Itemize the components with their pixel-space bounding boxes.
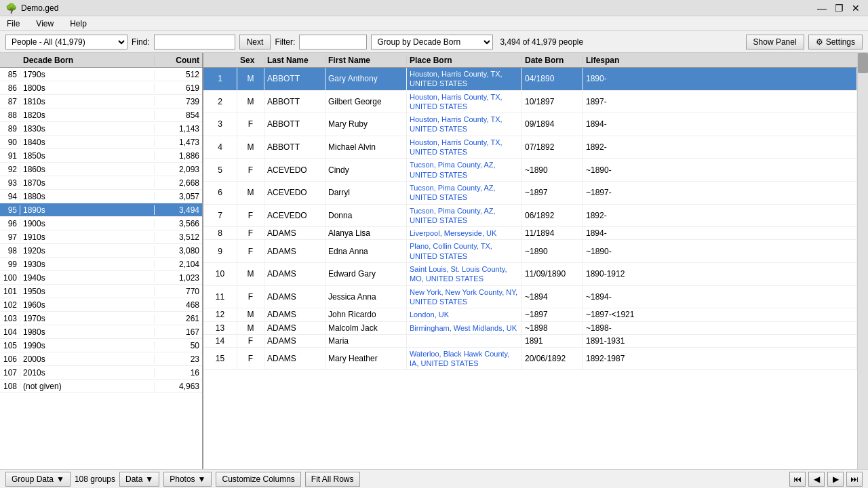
- left-table-row[interactable]: 107 2010s 16: [0, 366, 202, 380]
- left-table-row[interactable]: 102 1960s 468: [0, 298, 202, 312]
- maximize-button[interactable]: ❐: [832, 3, 846, 14]
- right-table-row[interactable]: 7 F ACEVEDO Donna Tucson, Pima County, A…: [203, 205, 857, 228]
- nav-prev-button[interactable]: ◀: [808, 472, 825, 487]
- right-table-row[interactable]: 8 F ADAMS Alanya Lisa Liverpool, Merseys…: [203, 227, 857, 240]
- right-row-sex: F: [237, 348, 264, 370]
- right-table-row[interactable]: 2 M ABBOTT Gilbert George Houston, Harri…: [203, 91, 857, 114]
- right-row-first: John Ricardo: [326, 308, 407, 321]
- right-row-life: 1891-1931: [583, 335, 857, 347]
- left-row-count: 3,494: [155, 205, 202, 215]
- menu-file[interactable]: File: [3, 18, 24, 30]
- left-table-row[interactable]: 101 1950s 770: [0, 285, 202, 298]
- close-button[interactable]: ✕: [849, 3, 863, 14]
- right-row-sex: M: [237, 68, 264, 90]
- right-table-row[interactable]: 11 F ADAMS Jessica Anna New York, New Yo…: [203, 286, 857, 309]
- left-row-decade: 1920s: [20, 246, 155, 256]
- left-table-row[interactable]: 104 1980s 167: [0, 325, 202, 339]
- group-by-dropdown[interactable]: Group by Decade Born: [371, 35, 493, 49]
- find-input[interactable]: [154, 35, 235, 49]
- left-row-count: 739: [155, 97, 202, 106]
- right-table-row[interactable]: 15 F ADAMS Mary Heather Waterloo, Black …: [203, 348, 857, 371]
- left-table-row[interactable]: 85 1790s 512: [0, 68, 202, 81]
- left-row-num: 99: [0, 260, 20, 269]
- right-row-num: 15: [203, 348, 237, 370]
- left-table-row[interactable]: 93 1870s 2,668: [0, 176, 202, 190]
- right-row-sex: M: [237, 322, 264, 334]
- fit-all-rows-button[interactable]: Fit All Rows: [305, 472, 360, 487]
- right-row-first: Malcolm Jack: [326, 322, 407, 334]
- right-row-sex: F: [237, 205, 264, 227]
- scrollbar-track[interactable]: [857, 53, 868, 469]
- left-row-num: 102: [0, 300, 20, 310]
- right-table-row[interactable]: 1 M ABBOTT Gary Anthony Houston, Harris …: [203, 68, 857, 91]
- left-row-num: 108: [0, 382, 20, 391]
- right-row-date: 10/1897: [522, 91, 583, 113]
- left-table-row[interactable]: 103 1970s 261: [0, 312, 202, 325]
- right-row-last: ADAMS: [264, 348, 326, 370]
- settings-button[interactable]: ⚙ Settings: [808, 35, 863, 49]
- left-table-row[interactable]: 98 1920s 3,080: [0, 244, 202, 258]
- left-table-row[interactable]: 86 1800s 619: [0, 81, 202, 95]
- left-row-count: 512: [155, 70, 202, 79]
- left-table-row[interactable]: 94 1880s 3,057: [0, 190, 202, 203]
- right-row-first: Alanya Lisa: [326, 227, 407, 239]
- group-data-button[interactable]: Group Data ▼: [5, 472, 71, 487]
- left-table-row[interactable]: 91 1850s 1,886: [0, 149, 202, 163]
- left-table-row[interactable]: 105 1990s 50: [0, 339, 202, 352]
- minimize-button[interactable]: —: [814, 3, 829, 14]
- left-table-row[interactable]: 92 1860s 2,093: [0, 163, 202, 176]
- left-table-row[interactable]: 96 1900s 3,566: [0, 217, 202, 230]
- data-button[interactable]: Data ▼: [119, 472, 159, 487]
- menu-help[interactable]: Help: [66, 18, 91, 30]
- customize-columns-button[interactable]: Customize Columns: [216, 472, 300, 487]
- right-table-row[interactable]: 12 M ADAMS John Ricardo London, UK ~1897…: [203, 308, 857, 321]
- show-panel-button[interactable]: Show Panel: [746, 35, 804, 49]
- left-row-decade: (not given): [20, 382, 155, 391]
- left-row-count: 854: [155, 110, 202, 120]
- right-col-sex: Sex: [237, 56, 264, 65]
- right-row-last: ABBOTT: [264, 68, 326, 90]
- right-table-row[interactable]: 10 M ADAMS Edward Gary Saint Louis, St. …: [203, 263, 857, 286]
- left-table-row[interactable]: 106 2000s 23: [0, 352, 202, 366]
- right-table-row[interactable]: 9 F ADAMS Edna Anna Plano, Collin County…: [203, 240, 857, 263]
- right-table-row[interactable]: 4 M ABBOTT Michael Alvin Houston, Harris…: [203, 136, 857, 159]
- left-table-row[interactable]: 90 1840s 1,473: [0, 136, 202, 149]
- next-button[interactable]: Next: [239, 35, 271, 49]
- people-dropdown[interactable]: People - All (41,979): [5, 35, 127, 49]
- left-table-row[interactable]: 100 1940s 1,023: [0, 271, 202, 285]
- left-row-num: 95: [0, 205, 20, 215]
- toolbar: People - All (41,979) Find: Next Filter:…: [0, 31, 868, 53]
- right-table-row[interactable]: 14 F ADAMS Maria 1891 1891-1931: [203, 335, 857, 348]
- photos-button[interactable]: Photos ▼: [163, 472, 212, 487]
- left-row-decade: 1930s: [20, 260, 155, 269]
- right-col-date: Date Born: [522, 56, 583, 65]
- left-row-decade: 1870s: [20, 178, 155, 188]
- left-table-row[interactable]: 89 1830s 1,143: [0, 122, 202, 136]
- right-table-row[interactable]: 13 M ADAMS Malcolm Jack Birmingham, West…: [203, 322, 857, 335]
- settings-icon: ⚙: [816, 37, 823, 47]
- left-table-row[interactable]: 95 1890s 3,494: [0, 203, 202, 217]
- left-table-row[interactable]: 87 1810s 739: [0, 95, 202, 108]
- nav-first-button[interactable]: ⏮: [789, 472, 806, 487]
- right-row-last: ADAMS: [264, 335, 326, 347]
- filter-input[interactable]: [299, 35, 367, 49]
- right-row-sex: M: [237, 263, 264, 285]
- left-table-row[interactable]: 108 (not given) 4,963: [0, 380, 202, 393]
- left-row-num: 92: [0, 165, 20, 174]
- right-row-first: Maria: [326, 335, 407, 347]
- nav-next-button[interactable]: ▶: [827, 472, 844, 487]
- menu-view[interactable]: View: [32, 18, 58, 30]
- photos-dropdown-icon: ▼: [198, 474, 206, 484]
- right-row-first: Darryl: [326, 182, 407, 204]
- right-table-row[interactable]: 3 F ABBOTT Mary Ruby Houston, Harris Cou…: [203, 113, 857, 136]
- nav-last-button[interactable]: ⏭: [846, 472, 863, 487]
- right-table-row[interactable]: 5 F ACEVEDO Cindy Tucson, Pima County, A…: [203, 159, 857, 182]
- left-table-row[interactable]: 88 1820s 854: [0, 108, 202, 122]
- right-row-num: 10: [203, 263, 237, 285]
- left-table-row[interactable]: 97 1910s 3,512: [0, 230, 202, 244]
- left-table-row[interactable]: 99 1930s 2,104: [0, 258, 202, 271]
- right-table-row[interactable]: 6 M ACEVEDO Darryl Tucson, Pima County, …: [203, 182, 857, 205]
- left-row-count: 23: [155, 354, 202, 364]
- data-dropdown-icon: ▼: [145, 474, 153, 484]
- right-row-first: Donna: [326, 205, 407, 227]
